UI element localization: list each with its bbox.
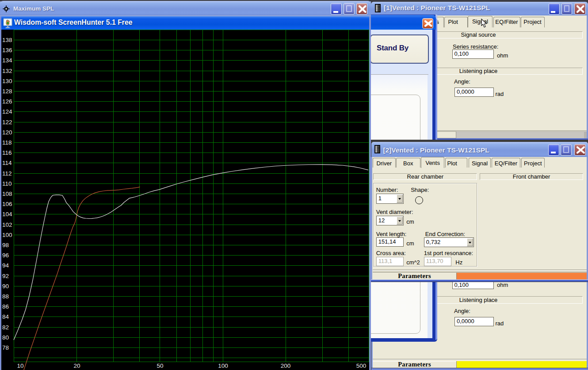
svg-text:108: 108 (2, 191, 12, 197)
svg-text:92: 92 (2, 273, 9, 279)
svg-text:120: 120 (2, 129, 12, 136)
svg-text:100: 100 (218, 362, 228, 369)
svg-text:134: 134 (2, 57, 12, 64)
svg-text:96: 96 (2, 252, 9, 259)
svg-text:136: 136 (2, 47, 12, 53)
svg-text:500: 500 (356, 362, 367, 369)
svg-text:138: 138 (2, 37, 12, 43)
svg-text:132: 132 (2, 68, 12, 74)
svg-text:106: 106 (2, 201, 12, 207)
svg-text:78: 78 (2, 344, 9, 351)
svg-text:84: 84 (2, 313, 9, 320)
svg-text:126: 126 (2, 98, 12, 105)
svg-text:100: 100 (2, 232, 12, 238)
svg-text:112: 112 (2, 170, 12, 177)
svg-text:128: 128 (2, 88, 12, 95)
svg-text:94: 94 (2, 262, 9, 269)
svg-text:20: 20 (73, 362, 80, 369)
svg-text:102: 102 (2, 221, 12, 228)
svg-text:122: 122 (2, 119, 12, 126)
svg-text:114: 114 (2, 160, 12, 166)
svg-text:10: 10 (17, 362, 23, 369)
svg-text:82: 82 (2, 324, 9, 331)
svg-text:98: 98 (2, 242, 9, 248)
svg-text:118: 118 (2, 139, 12, 146)
svg-text:104: 104 (2, 211, 12, 217)
svg-text:130: 130 (2, 78, 12, 84)
svg-text:116: 116 (2, 149, 12, 156)
svg-text:200: 200 (281, 362, 291, 369)
svg-text:90: 90 (2, 283, 9, 290)
svg-text:88: 88 (2, 293, 9, 300)
svg-text:124: 124 (2, 108, 12, 115)
svg-text:50: 50 (157, 362, 163, 369)
svg-text:110: 110 (2, 180, 12, 187)
svg-text:80: 80 (2, 334, 9, 341)
svg-text:86: 86 (2, 303, 9, 310)
